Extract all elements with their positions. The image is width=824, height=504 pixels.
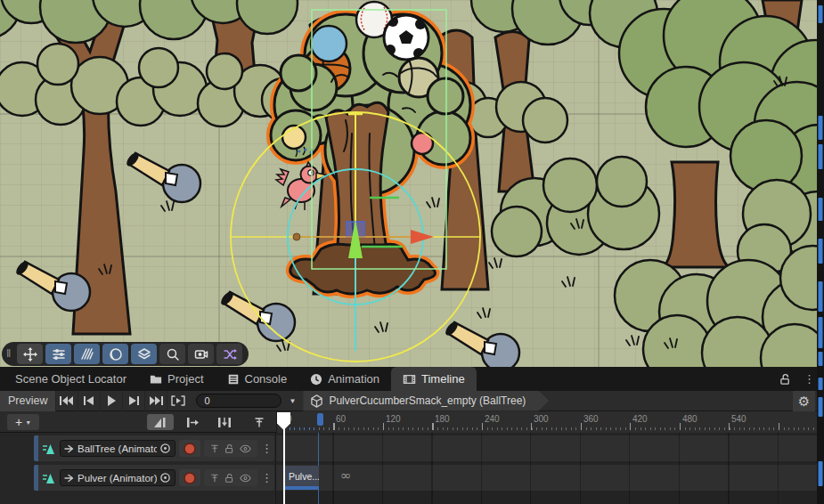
toolbar-drag-handle[interactable]: ‖: [6, 346, 12, 360]
moon-icon: [109, 347, 123, 362]
replace-mode-button[interactable]: [211, 414, 238, 430]
pin-icon[interactable]: [210, 473, 219, 484]
tab-label: Project: [167, 372, 203, 386]
soccer-ball[interactable]: [384, 15, 428, 60]
right-scrollbar[interactable]: [817, 0, 824, 504]
console-icon: [227, 373, 240, 386]
animator-object-field[interactable]: Pulver (Animator): [60, 469, 175, 486]
pin-icon[interactable]: [210, 443, 219, 454]
object-picker-icon[interactable]: [159, 472, 171, 484]
preview-label: Preview: [8, 394, 47, 407]
hold-infinity-icon: ∞: [340, 467, 352, 484]
animator-object-field[interactable]: BallTree (Animator): [60, 440, 175, 457]
tab-project[interactable]: Project: [138, 367, 215, 391]
unlock-icon[interactable]: [224, 443, 234, 454]
mix-mode-button[interactable]: [147, 414, 174, 430]
search-tool-button[interactable]: [159, 344, 185, 364]
play-range-icon: [171, 395, 185, 406]
marker-visibility-button[interactable]: [246, 414, 273, 430]
frame-input[interactable]: [196, 394, 281, 408]
track-toggles: [204, 469, 257, 486]
cube-icon: [310, 394, 323, 408]
add-track-button[interactable]: + ▼: [7, 414, 39, 430]
tab-timeline[interactable]: Timeline: [391, 367, 477, 391]
record-icon: [184, 443, 196, 455]
preview-bar: Preview ▼ PulverCucumberSmack_: [0, 391, 824, 411]
filmstrip-icon: [403, 373, 416, 386]
scene-view[interactable]: [0, 0, 824, 367]
timeline-tracks-area: Pulve... ∞ BallTree (Animator): [0, 433, 824, 504]
timeline-content[interactable]: Pulve... ∞: [276, 433, 817, 504]
plus-icon: +: [15, 416, 22, 428]
ripple-mode-button[interactable]: [179, 414, 206, 430]
camera-icon: [194, 347, 208, 362]
kebab-menu-icon[interactable]: ⋮: [804, 373, 815, 385]
scene-canvas: [0, 0, 824, 367]
tab-scene-object-locator[interactable]: Scene Object Locator: [4, 367, 138, 391]
scrollbar-marks: [817, 0, 824, 504]
kebab-menu-icon[interactable]: ⋮: [261, 472, 273, 484]
move-tool-button[interactable]: [17, 344, 43, 364]
tab-console[interactable]: Console: [216, 367, 299, 391]
step-forward-button[interactable]: [122, 391, 144, 411]
play-range-button[interactable]: [167, 391, 189, 411]
play-icon: [106, 395, 117, 406]
unlock-icon[interactable]: [224, 473, 234, 484]
preview-toggle-button[interactable]: Preview: [0, 391, 55, 411]
eye-icon[interactable]: [240, 473, 251, 484]
hatch-icon: [80, 347, 94, 362]
ruler-label: 540: [731, 414, 746, 424]
breadcrumb[interactable]: PulverCucumberSmack_empty (BallTree): [303, 391, 549, 411]
camera-tool-button[interactable]: [188, 344, 214, 364]
search-icon: [166, 347, 180, 362]
tab-label: Animation: [328, 372, 379, 386]
animation-clip[interactable]: Pulve...: [284, 466, 319, 490]
timeline-end-marker[interactable]: [317, 413, 323, 426]
folder-icon: [150, 373, 162, 386]
eye-icon[interactable]: [240, 443, 251, 454]
sliders-tool-button[interactable]: [45, 344, 71, 364]
tab-animation[interactable]: Animation: [298, 367, 391, 391]
go-to-end-icon: [149, 396, 163, 405]
animation-track-icon: [42, 442, 56, 456]
ruler-label: 180: [435, 414, 450, 424]
animator-icon: [64, 443, 75, 454]
object-picker-icon[interactable]: [159, 443, 171, 454]
play-button[interactable]: [100, 391, 122, 411]
track-headers-column: BallTree (Animator) ⋮: [0, 433, 276, 504]
ruler-label: 60: [336, 414, 346, 424]
mix-mode-icon: [153, 417, 167, 428]
hatch-tool-button[interactable]: [74, 344, 100, 364]
tab-bar-right-controls: ⋮: [779, 367, 815, 391]
unlock-icon[interactable]: [779, 373, 791, 386]
kebab-menu-icon[interactable]: ⋮: [261, 443, 273, 454]
tab-label: Timeline: [421, 372, 465, 386]
track-row-balltree[interactable]: BallTree (Animator) ⋮: [34, 435, 274, 461]
layers-tool-button[interactable]: [131, 344, 157, 364]
dropdown-caret-icon[interactable]: ▼: [289, 397, 296, 405]
caret-down-icon: ▼: [25, 419, 31, 426]
ruler-label: 120: [386, 414, 401, 424]
shuffle-icon: [223, 347, 237, 362]
pin-icon: [254, 417, 265, 428]
track-name: Pulver (Animator): [78, 473, 157, 484]
track-accent-bar: [34, 465, 38, 491]
timeline-ruler[interactable]: 0 60 120 180 240 300 360 420 480 540: [276, 411, 817, 433]
clock-icon: [310, 373, 322, 386]
shuffle-tool-button[interactable]: [216, 344, 242, 364]
gear-button[interactable]: ⚙: [793, 391, 815, 411]
step-back-icon: [83, 396, 95, 405]
moon-tool-button[interactable]: [102, 344, 128, 364]
playhead-line: [283, 428, 285, 504]
animation-track-icon: [42, 471, 56, 485]
track-row-pulver[interactable]: Pulver (Animator) ⋮: [34, 465, 274, 491]
step-back-button[interactable]: [78, 391, 100, 411]
record-button[interactable]: [179, 440, 200, 457]
gear-icon: ⚙: [798, 394, 810, 410]
scene-toolbar: ‖: [2, 342, 249, 366]
blue-ball[interactable]: [311, 26, 347, 61]
go-to-start-button[interactable]: [55, 391, 78, 411]
go-to-end-button[interactable]: [144, 391, 167, 411]
record-button[interactable]: [179, 469, 200, 486]
layers-icon: [137, 347, 151, 362]
